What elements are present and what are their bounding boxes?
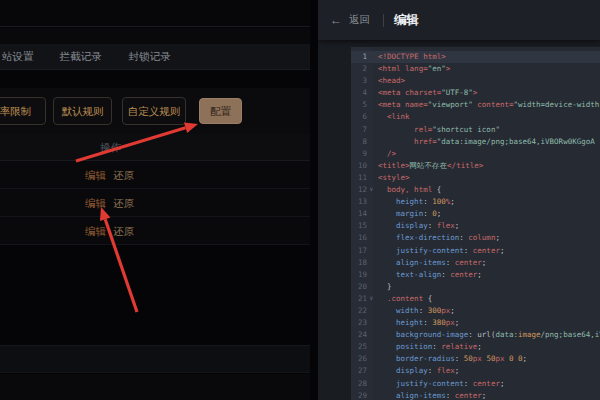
edit-link[interactable]: 编辑 <box>85 217 106 245</box>
bottom-rest-strip <box>0 374 310 400</box>
code-editor: 123456789101112∨131415161718192021∨22232… <box>351 47 600 400</box>
line-number: 14 <box>351 208 373 220</box>
edit-link[interactable]: 编辑 <box>85 189 106 217</box>
back-arrow-icon: ← <box>330 13 342 27</box>
line-number: 21∨ <box>351 293 373 305</box>
line-number: 9 <box>351 148 373 160</box>
line-number: 2 <box>351 63 373 75</box>
editor-title: 编辑 <box>394 12 419 29</box>
code-line: <link <box>378 111 600 123</box>
bottom-strip <box>0 345 310 373</box>
line-number: 1 <box>351 51 373 63</box>
code-line: justify-content: center; <box>378 245 600 257</box>
tab-intercept-records[interactable]: 拦截记录 <box>60 50 102 64</box>
tab-block-records[interactable]: 封锁记录 <box>129 50 171 64</box>
line-number: 3 <box>351 75 373 87</box>
gutter: 123456789101112∨131415161718192021∨22232… <box>351 47 373 400</box>
admin-panel: 站设置 拦截记录 封锁记录 频率限制 默认规则 自定义规则 配置 操作 编辑 还… <box>0 0 318 400</box>
code-line: display: flex; <box>378 220 600 232</box>
back-button[interactable]: ← 返回 <box>330 13 370 27</box>
code-line: <!DOCTYPE html> <box>373 51 600 63</box>
line-number: 16 <box>351 232 373 244</box>
fold-icon[interactable]: ∨ <box>369 292 373 304</box>
code-line: flex-direction: column; <box>378 232 600 244</box>
line-number: 19 <box>351 269 373 281</box>
code-line: rel="shortcut icon" <box>378 124 600 136</box>
code-line: text-align: center; <box>378 269 600 281</box>
header-divider <box>383 14 384 27</box>
line-number: 12∨ <box>351 184 373 196</box>
code-line: display: flex; <box>378 365 600 377</box>
code-line: <meta name="viewport" content="width=dev… <box>378 99 600 111</box>
line-number: 8 <box>351 136 373 148</box>
code-line: <meta charset="UTF-8"> <box>378 87 600 99</box>
line-number: 7 <box>351 124 373 136</box>
code-line: <head> <box>378 75 600 87</box>
line-number: 25 <box>351 341 373 353</box>
line-number: 13 <box>351 196 373 208</box>
tab-bar: 站设置 拦截记录 封锁记录 <box>0 44 310 70</box>
config-button[interactable]: 配置 <box>199 98 242 124</box>
fold-icon[interactable]: ∨ <box>369 183 373 195</box>
code-line: <html lang="en"> <box>378 63 600 75</box>
code-lines[interactable]: <!DOCTYPE html><html lang="en"><head><me… <box>373 47 600 400</box>
sub-strip <box>0 28 310 44</box>
line-number: 4 <box>351 87 373 99</box>
back-label: 返回 <box>349 13 370 27</box>
edit-link[interactable]: 编辑 <box>85 161 106 189</box>
code-line: border-radius: 50px 50px 0 0; <box>378 353 600 365</box>
restore-link[interactable]: 还原 <box>113 161 134 189</box>
rate-limit-button[interactable]: 频率限制 <box>0 97 46 125</box>
code-line: /> <box>378 148 600 160</box>
code-line: align-items: center; <box>378 257 600 269</box>
editor-panel: ← 返回 编辑 123456789101112∨1314151617181920… <box>318 0 600 400</box>
code-line: } <box>378 281 600 293</box>
table-row: 编辑 还原 <box>0 217 310 245</box>
button-bar: 频率限制 默认规则 自定义规则 配置 <box>0 88 310 134</box>
line-number: 6 <box>351 111 373 123</box>
ops-column-header: 操作 <box>0 134 310 161</box>
editor-header: ← 返回 编辑 <box>318 0 600 40</box>
code-line: justify-content: center; <box>378 378 600 390</box>
tab-site-settings[interactable]: 站设置 <box>2 50 34 64</box>
line-number: 15 <box>351 220 373 232</box>
line-number: 29 <box>351 390 373 400</box>
table-row: 编辑 还原 <box>0 189 310 217</box>
restore-link[interactable]: 还原 <box>113 189 134 217</box>
restore-link[interactable]: 还原 <box>113 217 134 245</box>
custom-rules-button[interactable]: 自定义规则 <box>122 97 186 125</box>
code-line: margin: 0; <box>378 208 600 220</box>
line-number: 24 <box>351 329 373 341</box>
top-strip <box>0 0 310 27</box>
code-line: <style> <box>378 172 600 184</box>
code-line: <title>网站不存在</title> <box>378 160 600 172</box>
line-number: 23 <box>351 317 373 329</box>
line-number: 10 <box>351 160 373 172</box>
code-line: body, html { <box>378 184 600 196</box>
code-line: height: 100%; <box>378 196 600 208</box>
line-number: 17 <box>351 245 373 257</box>
line-number: 22 <box>351 305 373 317</box>
line-number: 28 <box>351 378 373 390</box>
line-number: 18 <box>351 257 373 269</box>
line-number: 27 <box>351 365 373 377</box>
code-line: .content { <box>378 293 600 305</box>
default-rules-button[interactable]: 默认规则 <box>53 97 112 125</box>
table-row: 编辑 还原 <box>0 161 310 189</box>
code-line: width: 300px; <box>378 305 600 317</box>
code-line: align-items: center; <box>378 390 600 400</box>
line-number: 26 <box>351 353 373 365</box>
code-line: height: 380px; <box>378 317 600 329</box>
code-line: href="data:image/png;base64,iVBORw0KGgoA <box>378 136 600 148</box>
code-line: background-image: url(data:image/png;bas… <box>378 329 600 341</box>
code-line: position: relative; <box>378 341 600 353</box>
line-number: 5 <box>351 99 373 111</box>
